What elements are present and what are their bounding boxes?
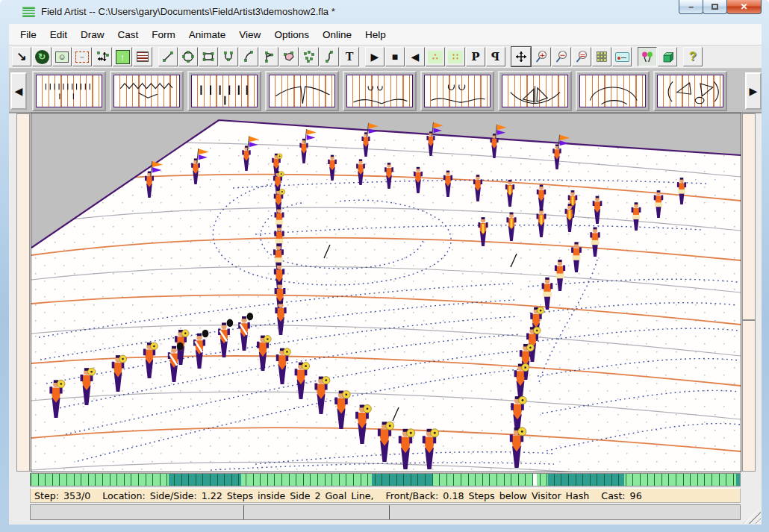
arc-tool-button[interactable] [239, 47, 258, 66]
note-button[interactable] [612, 47, 632, 66]
menu-item-online[interactable]: Online [316, 26, 358, 43]
raise-arrow-icon: ↑ [116, 50, 130, 64]
note-icon [615, 52, 629, 62]
animation-timeline[interactable] [30, 473, 741, 486]
menu-item-options[interactable]: Options [267, 26, 316, 43]
formation-preview [502, 75, 568, 107]
u-shape-tool-button[interactable] [219, 47, 238, 66]
resize-grip[interactable] [743, 507, 761, 524]
menu-item-help[interactable]: Help [358, 26, 393, 43]
filmstrip-thumbnail-lines[interactable] [32, 71, 106, 111]
play-icon: ▶ [371, 51, 379, 62]
zoom-actual-button[interactable]: = [572, 47, 591, 66]
menu-item-form[interactable]: Form [145, 26, 182, 43]
field-canvas[interactable] [31, 113, 741, 472]
help-button[interactable]: ? [683, 47, 703, 66]
cube-3d-icon [661, 50, 674, 63]
figures-3d-button[interactable] [638, 47, 657, 66]
transform-arrows-button[interactable] [93, 47, 112, 66]
figures-3d-icon [641, 50, 654, 63]
menu-item-edit[interactable]: Edit [43, 26, 74, 43]
next-arrow-icon: ▶ [750, 85, 758, 97]
raise-arrow-button[interactable]: ↑ [113, 47, 132, 66]
preview-rotate-icon: ↻ [35, 50, 49, 64]
left-vertical-scrollbar[interactable] [16, 113, 30, 472]
scatter-tool-button[interactable] [299, 47, 319, 66]
pan-button[interactable] [511, 47, 531, 66]
filmstrip-thumbnail-sailboat[interactable] [498, 71, 572, 111]
zoom-in-icon: + [535, 50, 548, 63]
pointer-button[interactable]: ↘ [12, 47, 31, 66]
menu-item-draw[interactable]: Draw [74, 26, 111, 43]
scatter-tool-icon [302, 50, 316, 63]
flag-p-button[interactable]: P [466, 47, 485, 66]
window-title: Field Artist -- C:\Users\gary\Documents\… [41, 6, 335, 17]
status-location: Location: Side/Side: 1.22 Steps inside S… [102, 490, 373, 501]
menu-item-cast[interactable]: Cast [111, 26, 146, 43]
menu-item-file[interactable]: File [13, 26, 43, 43]
status-frontback: Front/Back: 0.18 Steps below Visitor Has… [385, 490, 589, 501]
cast-member-button[interactable]: ☺ [52, 47, 72, 66]
scroll-tick [389, 505, 390, 519]
formation-preview [269, 75, 335, 107]
right-vertical-scrollbar[interactable] [742, 113, 756, 472]
app-window: Field Artist -- C:\Users\gary\Documents\… [0, 0, 769, 532]
ellipse-tool-button[interactable] [178, 47, 198, 66]
filmstrip-prev-button[interactable]: ◀ [10, 72, 27, 110]
flag-p-reverse-button[interactable]: P [486, 47, 505, 66]
step-back-button[interactable]: ◀ [405, 47, 425, 66]
filmstrip-thumbnail-valley[interactable] [265, 71, 339, 111]
maximize-button[interactable] [703, 0, 727, 14]
zoom-out-icon: − [555, 50, 568, 63]
text-tool-icon: T [346, 51, 354, 63]
formation-filmstrip: ◀ ▶ [9, 69, 762, 113]
help-icon: ? [689, 51, 697, 63]
rect-tool-icon [202, 50, 215, 63]
s-curve-tool-icon [323, 50, 336, 63]
minimize-button[interactable]: – [679, 0, 703, 14]
script-list-button[interactable] [133, 47, 152, 66]
formation-preview [657, 75, 723, 107]
s-curve-tool-button[interactable] [320, 47, 339, 66]
title-bar[interactable]: Field Artist -- C:\Users\gary\Documents\… [0, 0, 769, 24]
text-tool-button[interactable]: T [340, 47, 359, 66]
flag-path-tool-button[interactable] [259, 47, 278, 66]
formation-preview [191, 75, 258, 107]
drill-3d-view[interactable] [31, 113, 741, 472]
svg-text:=: = [580, 51, 586, 59]
preview-rotate-button[interactable]: ↻ [32, 47, 52, 66]
close-icon: ✕ [740, 1, 747, 12]
footsteps-all-icon: ∷ [448, 51, 463, 63]
menu-item-view[interactable]: View [232, 26, 267, 43]
select-cast-button[interactable]: ▫▫ [72, 47, 92, 66]
footsteps-all-button[interactable]: ∷ [446, 47, 465, 66]
fill-shape-tool-button[interactable] [279, 47, 299, 66]
filmstrip-thumbnail-double-u-wave[interactable] [343, 71, 417, 111]
flag-p-icon: P [471, 51, 479, 63]
menu-bar: FileEditDrawCastFormAnimateViewOptionsOn… [9, 24, 762, 46]
scrollbar-thumb[interactable] [743, 114, 755, 321]
footsteps-forward-button[interactable]: ∴ [426, 47, 445, 66]
menu-item-animate[interactable]: Animate [182, 26, 233, 43]
horizontal-scrollbar[interactable] [30, 504, 741, 520]
zoom-in-button[interactable]: + [532, 47, 551, 66]
cube-3d-button[interactable] [658, 47, 677, 66]
status-cast: Cast: 96 [601, 490, 641, 501]
filmstrip-thumbnail-zigzag[interactable] [110, 71, 184, 111]
close-button[interactable]: ✕ [726, 0, 762, 14]
zoom-out-button[interactable]: − [552, 47, 571, 66]
stop-button[interactable]: ■ [385, 47, 405, 66]
rect-tool-button[interactable] [199, 47, 218, 66]
filmstrip-thumbnail-bars[interactable] [187, 71, 261, 111]
line-tool-button[interactable] [158, 47, 178, 66]
status-step: Step: 353/0 [34, 490, 90, 501]
filmstrip-thumbnail-arches[interactable] [576, 71, 650, 111]
cast-member-icon: ☺ [55, 51, 69, 63]
filmstrip-thumbnail-double-u-arc[interactable] [420, 71, 494, 111]
grid-button[interactable] [592, 47, 611, 66]
filmstrip-thumbnail-triangles-circle[interactable] [653, 71, 727, 111]
flag-path-tool-icon [262, 50, 275, 63]
filmstrip-next-button[interactable]: ▶ [745, 72, 762, 110]
play-button[interactable]: ▶ [365, 47, 384, 66]
zoom-actual-icon: = [575, 50, 588, 63]
